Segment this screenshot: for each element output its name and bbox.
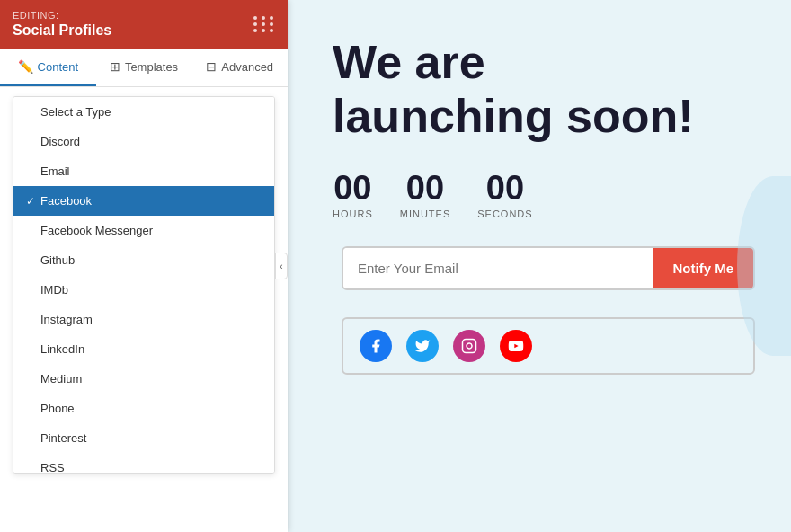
seconds-unit: 00 SECONDS — [477, 171, 532, 219]
tabs-bar: ✏️ Content ⊞ Templates ⊟ Advanced — [0, 49, 288, 87]
instagram-icon[interactable] — [453, 330, 485, 362]
dropdown-item-label: Email — [40, 164, 70, 178]
editing-title: Social Profiles — [13, 22, 111, 39]
editing-bar-info: EDITING: Social Profiles — [13, 10, 111, 39]
dropdown-item-select[interactable]: ✓Select a Type — [13, 97, 274, 127]
dropdown-item-discord[interactable]: ✓Discord — [13, 127, 274, 156]
dropdown-item-label: Github — [40, 253, 75, 267]
seconds-value: 00 — [486, 171, 524, 205]
dropdown-item-label: Pinterest — [40, 431, 86, 445]
dropdown-item-label: Medium — [40, 372, 82, 386]
hero-title-line1: We are — [333, 36, 485, 88]
twitter-icon[interactable] — [406, 330, 439, 362]
dropdown-item-rss[interactable]: ✓RSS — [13, 453, 274, 474]
tab-content[interactable]: ✏️ Content — [0, 49, 96, 86]
templates-icon: ⊞ — [110, 59, 120, 74]
dropdown-item-facebook_messenger[interactable]: ✓Facebook Messenger — [13, 216, 274, 245]
dropdown-item-medium[interactable]: ✓Medium — [13, 364, 274, 394]
dropdown-item-label: Phone — [40, 402, 75, 415]
minutes-unit: 00 MINUTES — [400, 171, 451, 219]
dropdown-item-instagram[interactable]: ✓Instagram — [13, 305, 274, 334]
facebook-icon[interactable] — [360, 330, 392, 362]
dropdown-item-label: Instagram — [40, 313, 93, 326]
hours-value: 00 — [333, 171, 371, 205]
advanced-icon: ⊟ — [206, 59, 217, 74]
dropdown-item-label: Select a Type — [40, 105, 111, 119]
left-panel: EDITING: Social Profiles ✏️ Content ⊞ Te… — [0, 0, 288, 532]
dropdown-item-email[interactable]: ✓Email — [13, 156, 274, 186]
editing-label: EDITING: — [13, 10, 111, 21]
dropdown-item-github[interactable]: ✓Github — [13, 245, 274, 275]
dropdown-item-label: Discord — [40, 135, 80, 148]
dots-grid-icon[interactable] — [253, 16, 275, 32]
dropdown-item-label: LinkedIn — [40, 342, 84, 356]
dropdown-item-imdb[interactable]: ✓IMDb — [13, 275, 274, 305]
tab-content-label: Content — [38, 60, 79, 74]
hero-title: We are launching soon! — [333, 36, 764, 144]
hours-label: HOURS — [333, 208, 373, 219]
check-icon: ✓ — [26, 195, 35, 208]
email-form: Notify Me — [342, 246, 755, 290]
minutes-value: 00 — [406, 171, 444, 205]
right-panel: We are launching soon! 00 HOURS 00 MINUT… — [288, 0, 791, 532]
dropdown-item-pinterest[interactable]: ✓Pinterest — [13, 423, 274, 453]
countdown-widget: 00 HOURS 00 MINUTES 00 SECONDS — [333, 171, 764, 219]
hero-title-line2: launching soon! — [333, 90, 694, 142]
tab-templates[interactable]: ⊞ Templates — [96, 49, 192, 86]
youtube-icon[interactable] — [500, 330, 532, 362]
dropdown-item-linkedin[interactable]: ✓LinkedIn — [13, 334, 274, 364]
social-icons-row — [342, 317, 755, 375]
seconds-label: SECONDS — [477, 208, 532, 219]
email-input[interactable] — [343, 248, 653, 288]
type-dropdown-list[interactable]: ✓Select a Type✓Discord✓Email✓Facebook✓Fa… — [13, 96, 275, 474]
dropdown-item-label: Facebook — [40, 194, 92, 208]
tab-templates-label: Templates — [125, 60, 178, 74]
hours-unit: 00 HOURS — [333, 171, 373, 219]
panel-collapse-toggle[interactable]: ‹ — [275, 253, 288, 279]
editing-bar: EDITING: Social Profiles — [0, 0, 288, 49]
dropdown-item-label: Facebook Messenger — [40, 224, 153, 237]
tab-advanced-label: Advanced — [221, 60, 273, 74]
minutes-label: MINUTES — [400, 208, 451, 219]
dropdown-item-label: IMDb — [40, 283, 68, 297]
dropdown-item-label: RSS — [40, 461, 65, 474]
svg-rect-0 — [463, 339, 476, 352]
dropdown-item-facebook[interactable]: ✓Facebook — [13, 186, 274, 216]
pencil-icon: ✏️ — [18, 59, 33, 74]
tab-advanced[interactable]: ⊟ Advanced — [191, 49, 288, 86]
dropdown-item-phone[interactable]: ✓Phone — [13, 394, 274, 423]
